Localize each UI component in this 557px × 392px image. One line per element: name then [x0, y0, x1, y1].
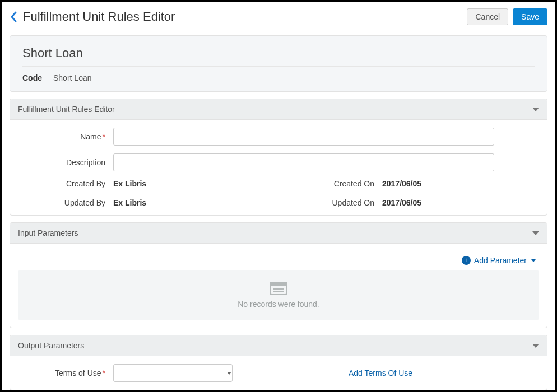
add-parameter-button[interactable]: + Add Parameter [462, 256, 536, 265]
input-parameters-title: Input Parameters [18, 228, 532, 237]
empty-state: No records were found. [18, 270, 539, 320]
plus-circle-icon: + [462, 256, 471, 265]
list-empty-icon [29, 282, 528, 295]
editor-panel-header[interactable]: Fulfillment Unit Rules Editor [10, 99, 547, 120]
updated-on-value: 2017/06/05 [382, 198, 539, 207]
output-parameters-panel: Output Parameters Terms of Use* Add Term… [10, 335, 547, 390]
summary-card: Short Loan Code Short Loan [10, 35, 547, 92]
output-parameters-title: Output Parameters [18, 341, 532, 350]
terms-of-use-select[interactable] [113, 364, 233, 382]
caret-down-icon [227, 372, 231, 375]
name-input[interactable] [113, 128, 494, 146]
input-parameters-panel: Input Parameters + Add Parameter No reco… [10, 222, 547, 328]
updated-by-value: Ex Libris [113, 198, 270, 207]
back-button[interactable] [10, 11, 18, 23]
caret-down-icon [531, 259, 536, 262]
editor-panel: Fulfillment Unit Rules Editor Name* Desc… [10, 99, 547, 216]
save-button[interactable]: Save [513, 8, 547, 25]
cancel-button[interactable]: Cancel [467, 8, 508, 25]
editor-panel-title: Fulfillment Unit Rules Editor [18, 105, 532, 114]
chevron-left-icon [10, 11, 18, 23]
created-on-value: 2017/06/05 [382, 179, 539, 188]
created-on-label: Created On [270, 179, 382, 188]
empty-state-text: No records were found. [29, 300, 528, 309]
add-parameter-label: Add Parameter [474, 256, 527, 265]
input-parameters-header[interactable]: Input Parameters [10, 223, 547, 244]
summary-title: Short Loan [22, 46, 535, 67]
terms-of-use-dropdown-toggle[interactable] [221, 364, 236, 382]
name-label: Name* [18, 132, 113, 141]
description-label: Description [18, 158, 113, 167]
terms-of-use-label: Terms of Use* [18, 368, 113, 377]
chevron-down-icon [532, 231, 539, 235]
chevron-down-icon [532, 344, 539, 348]
page-title: Fulfillment Unit Rules Editor [23, 10, 462, 24]
created-by-value: Ex Libris [113, 179, 270, 188]
updated-on-label: Updated On [270, 198, 382, 207]
summary-code-value: Short Loan [53, 73, 92, 82]
svg-rect-1 [270, 282, 287, 286]
output-parameters-header[interactable]: Output Parameters [10, 335, 547, 356]
add-terms-of-use-link[interactable]: Add Terms Of Use [349, 368, 412, 377]
summary-code-label: Code [22, 73, 42, 82]
description-input[interactable] [113, 153, 494, 171]
created-by-label: Created By [18, 179, 113, 188]
updated-by-label: Updated By [18, 198, 113, 207]
chevron-down-icon [532, 108, 539, 111]
